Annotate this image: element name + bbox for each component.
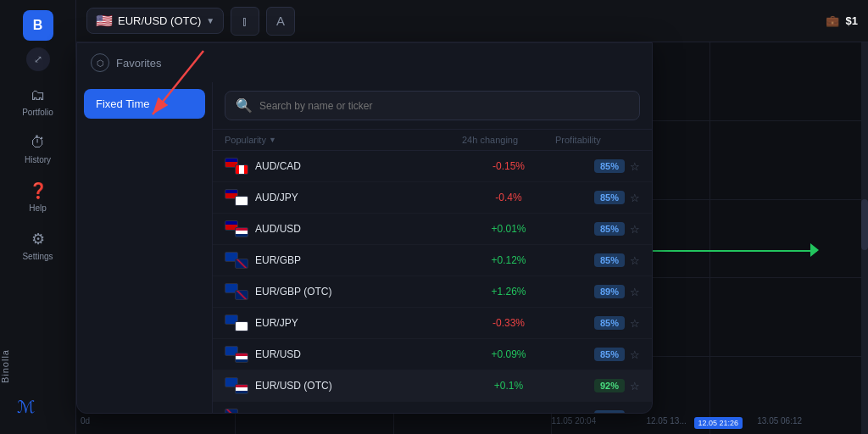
sidebar-item-portfolio[interactable]: 🗂 Portfolio (0, 78, 75, 125)
search-input[interactable] (259, 100, 629, 112)
asset-name: GBP/USD (255, 411, 462, 413)
price-marker (810, 243, 819, 257)
search-icon: 🔍 (236, 97, 253, 114)
star-icon[interactable]: ☆ (630, 380, 640, 392)
scrollbar-thumb[interactable] (861, 199, 868, 250)
asset-flags (225, 346, 248, 363)
asset-flags (225, 158, 248, 175)
time-label-3: 12.05 13... (646, 416, 686, 426)
col-header-popularity[interactable]: Popularity ▼ (225, 135, 462, 145)
profit-badge: 89% (594, 285, 625, 298)
wallet-icon: 💼 (826, 14, 839, 27)
asset-change: -0.33% (462, 317, 555, 329)
favorites-label: Favorites (116, 57, 161, 70)
indicator-button[interactable]: A (266, 7, 295, 36)
asset-row[interactable]: AUD/JPY -0.4% 85% ☆ (213, 182, 652, 214)
asset-name: EUR/GBP (OTC) (255, 286, 462, 298)
asset-row[interactable]: AUD/CAD -0.15% 85% ☆ (213, 151, 652, 182)
sidebar-label-history: History (25, 155, 51, 164)
asset-row[interactable]: GBP/USD -0.03% 85% ☆ (213, 402, 652, 413)
expand-button[interactable]: ⤢ (26, 47, 50, 71)
asset-name: EUR/JPY (255, 317, 462, 329)
asset-name: EUR/USD (OTC) (255, 380, 462, 392)
dropdown-panel: ⬡ Favorites Fixed Time 🔍 Popularity (76, 42, 653, 414)
panel-left-nav: Fixed Time (77, 82, 213, 413)
asset-flags (225, 314, 248, 331)
asset-flags (225, 189, 248, 206)
asset-change: +1.26% (462, 286, 555, 298)
chart-type-button[interactable]: ⫿ (231, 7, 259, 36)
favorites-header[interactable]: ⬡ Favorites (77, 43, 652, 82)
pair-label: EUR/USD (OTC) (118, 14, 201, 27)
panel-right: 🔍 Popularity ▼ 24h changing Profitabilit… (213, 82, 652, 413)
asset-row[interactable]: EUR/GBP (OTC) +1.26% 89% ☆ (213, 276, 652, 308)
asset-change: +0.1% (462, 380, 555, 392)
star-icon[interactable]: ☆ (630, 160, 640, 173)
star-icon[interactable]: ☆ (630, 192, 640, 204)
asset-change: -0.4% (462, 192, 555, 203)
flag-b (235, 353, 248, 363)
chart-icon: ⫿ (242, 14, 248, 28)
asset-change: +0.12% (462, 254, 555, 266)
profit-badge: 85% (594, 410, 625, 413)
settings-icon: ⚙ (31, 230, 45, 248)
asset-change: -0.03% (462, 411, 555, 413)
sidebar-item-settings[interactable]: ⚙ Settings (0, 221, 75, 270)
asset-profit-wrap: 85% ☆ (555, 191, 640, 204)
asset-profit-wrap: 85% ☆ (555, 316, 640, 330)
sidebar-item-help[interactable]: ❓ Help (0, 173, 75, 221)
asset-flags (225, 220, 248, 237)
panel-content: Fixed Time 🔍 Popularity ▼ 24h changing (77, 82, 652, 413)
logo[interactable]: B (23, 10, 53, 41)
star-icon[interactable]: ☆ (630, 254, 640, 267)
bottom-logo: ℳ (17, 397, 35, 417)
indicator-label: A (276, 14, 285, 28)
sort-icon: ▼ (269, 136, 276, 144)
asset-list: AUD/CAD -0.15% 85% ☆ AUD/JPY -0.4% 85% ☆… (213, 151, 652, 413)
chart-scrollbar[interactable] (861, 42, 868, 434)
column-headers: Popularity ▼ 24h changing Profitability (213, 130, 652, 151)
flag-b (235, 321, 248, 331)
flag-b (235, 384, 248, 394)
flag-b (235, 196, 248, 206)
sidebar-label-settings: Settings (22, 252, 53, 261)
asset-name: AUD/CAD (255, 160, 462, 172)
asset-row[interactable]: EUR/GBP +0.12% 85% ☆ (213, 245, 652, 276)
flag-b (235, 164, 248, 175)
asset-profit-wrap: 92% ☆ (555, 379, 640, 392)
nav-item-fixed-time[interactable]: Fixed Time (84, 89, 205, 119)
asset-row[interactable]: EUR/USD +0.09% 85% ☆ (213, 339, 652, 370)
search-input-wrap: 🔍 (225, 91, 640, 120)
flag-b (235, 290, 248, 300)
col-header-change: 24h changing (462, 135, 555, 145)
sidebar-item-history[interactable]: ⏱ History (0, 125, 75, 173)
col-header-profitability: Profitability (555, 135, 640, 145)
star-icon[interactable]: ☆ (630, 411, 640, 414)
portfolio-icon: 🗂 (31, 86, 46, 104)
asset-row[interactable]: AUD/USD +0.01% 85% ☆ (213, 214, 652, 245)
topbar-right: 💼 $1 (826, 14, 858, 27)
time-label-2: 11.05 20:04 (551, 416, 596, 426)
asset-profit-wrap: 85% ☆ (555, 253, 640, 267)
asset-flags (225, 283, 248, 300)
pair-selector[interactable]: 🇺🇸 EUR/USD (OTC) ▼ (86, 8, 224, 34)
time-label-4: 13.05 06:12 (757, 416, 802, 426)
star-icon[interactable]: ☆ (630, 348, 640, 361)
asset-profit-wrap: 89% ☆ (555, 285, 640, 298)
asset-name: AUD/USD (255, 223, 462, 235)
asset-change: +0.09% (462, 348, 555, 360)
profit-badge: 85% (594, 222, 625, 236)
star-icon[interactable]: ☆ (630, 317, 640, 330)
asset-row[interactable]: EUR/JPY -0.33% 85% ☆ (213, 308, 652, 339)
balance-display: $1 (846, 14, 858, 27)
asset-row[interactable]: EUR/USD (OTC) +0.1% 92% ☆ (213, 370, 652, 402)
asset-profit-wrap: 85% ☆ (555, 159, 640, 173)
profit-badge: 85% (594, 191, 625, 204)
profit-badge: 85% (594, 348, 625, 361)
topbar: 🇺🇸 EUR/USD (OTC) ▼ ⫿ A 💼 $1 (76, 0, 868, 42)
search-bar: 🔍 (213, 82, 652, 130)
star-icon[interactable]: ☆ (630, 286, 640, 298)
history-icon: ⏱ (31, 134, 46, 152)
star-icon[interactable]: ☆ (630, 223, 640, 236)
flag-b (235, 259, 248, 269)
